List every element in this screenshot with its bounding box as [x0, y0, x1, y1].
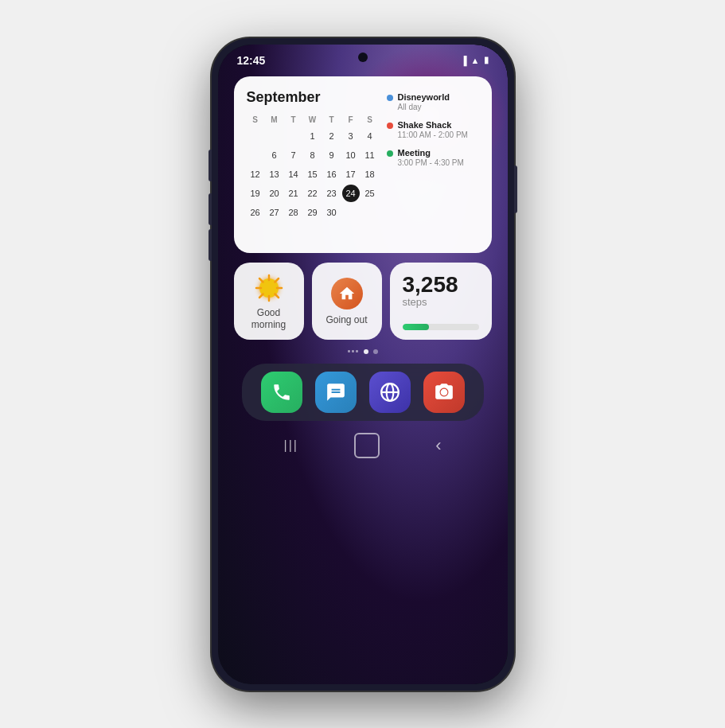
home-icon [331, 278, 363, 309]
content-area: September S M T W T F S [218, 70, 508, 477]
event-time-disneyworld: All day [398, 103, 450, 112]
signal-icon: ▐ [461, 56, 467, 65]
cal-day-25[interactable]: 25 [361, 185, 379, 202]
cal-day-8[interactable]: 8 [304, 146, 322, 164]
steps-count: 3,258 [403, 274, 479, 296]
going-out-widget[interactable]: Going out [312, 263, 382, 340]
phone-device: 12:45 ▐ ▲ ▮ September S M [212, 38, 514, 691]
dock-phone[interactable] [261, 372, 302, 413]
page-dot-inactive [373, 349, 378, 354]
cal-day-16[interactable]: 16 [323, 165, 341, 183]
event-text-meeting: Meeting 3:00 PM - 4:30 PM [398, 148, 464, 168]
cal-day [285, 127, 302, 145]
event-text-shakeshack: Shake Shack 11:00 AM - 2:00 PM [398, 120, 468, 140]
calendar-widget[interactable]: September S M T W T F S [234, 76, 492, 253]
cal-day-12[interactable]: 12 [247, 165, 264, 183]
cal-header-t1: T [285, 114, 302, 126]
page-dot-lines [348, 349, 359, 354]
cal-day-24-today[interactable]: 24 [342, 185, 360, 202]
cal-day-29[interactable]: 29 [304, 204, 322, 221]
dock-browser[interactable] [369, 372, 411, 413]
cal-day [342, 204, 360, 221]
cal-day-18[interactable]: 18 [361, 165, 379, 183]
cal-day-20[interactable]: 20 [266, 185, 283, 202]
cal-day-1[interactable]: 1 [304, 127, 322, 145]
event-name-disneyworld: Disneyworld [398, 92, 450, 103]
cal-day-14[interactable]: 14 [285, 165, 302, 183]
event-meeting[interactable]: Meeting 3:00 PM - 4:30 PM [387, 148, 479, 168]
cal-day-22[interactable]: 22 [304, 185, 322, 202]
status-time: 12:45 [237, 54, 266, 67]
cal-day-2[interactable]: 2 [323, 127, 341, 145]
going-out-label: Going out [325, 314, 367, 327]
nav-back-button[interactable]: ‹ [423, 432, 454, 459]
nav-recent-button[interactable]: ||| [271, 435, 311, 456]
cal-day: 5 [247, 146, 264, 164]
steps-widget[interactable]: 3,258 steps [390, 263, 492, 340]
page-dot-active [364, 349, 368, 354]
svg-point-12 [440, 388, 447, 395]
event-time-shakeshack: 11:00 AM - 2:00 PM [398, 130, 468, 140]
cal-day-4[interactable]: 4 [361, 127, 379, 145]
cal-header-f: F [342, 114, 360, 126]
screen: 12:45 ▐ ▲ ▮ September S M [218, 45, 508, 684]
cal-day-30[interactable]: 30 [323, 204, 341, 221]
steps-label: steps [403, 296, 479, 308]
good-morning-widget[interactable]: Good morning [234, 263, 304, 340]
cal-day-28[interactable]: 28 [285, 204, 302, 221]
cal-day-6[interactable]: 6 [266, 146, 283, 164]
wifi-icon: ▲ [471, 56, 480, 65]
cal-day [247, 223, 264, 240]
good-morning-label: Good morning [251, 307, 286, 332]
sun-body [259, 278, 279, 298]
camera-hole [358, 53, 368, 62]
app-dock [242, 364, 484, 421]
event-name-shakeshack: Shake Shack [398, 120, 468, 130]
calendar-month: September [247, 89, 379, 106]
calendar-left: September S M T W T F S [247, 89, 379, 240]
cal-day-3[interactable]: 3 [342, 127, 360, 145]
phone-inner: 12:45 ▐ ▲ ▮ September S M [218, 45, 508, 684]
dock-camera[interactable] [423, 372, 465, 413]
calendar-events: Disneyworld All day Shake Shack 11:00 AM… [387, 89, 479, 240]
cal-day-11[interactable]: 11 [361, 146, 379, 164]
cal-day-7[interactable]: 7 [285, 146, 302, 164]
cal-day-9[interactable]: 9 [323, 146, 341, 164]
cal-header-m: M [266, 114, 283, 126]
cal-day-21[interactable]: 21 [285, 185, 302, 202]
cal-day-13[interactable]: 13 [266, 165, 283, 183]
cal-day-27[interactable]: 27 [266, 204, 283, 221]
event-dot-blue [387, 95, 393, 101]
cal-day-23[interactable]: 23 [323, 185, 341, 202]
nav-home-button[interactable] [354, 433, 380, 458]
event-dot-red [387, 123, 393, 129]
event-dot-green [387, 150, 393, 157]
page-indicators [234, 349, 492, 354]
cal-header-w: W [304, 114, 322, 126]
widgets-row: Good morning Going out [234, 263, 492, 340]
cal-day-10[interactable]: 10 [342, 146, 360, 164]
dock-messages[interactable] [315, 372, 357, 413]
cal-header-s: S [247, 114, 264, 126]
cal-day [266, 127, 283, 145]
sun-icon [255, 274, 283, 302]
event-time-meeting: 3:00 PM - 4:30 PM [398, 158, 464, 168]
steps-progress-fill [403, 324, 430, 330]
cal-header-t2: T [323, 114, 341, 126]
event-disneyworld[interactable]: Disneyworld All day [387, 92, 479, 112]
cal-day-15[interactable]: 15 [304, 165, 322, 183]
event-shakeshack[interactable]: Shake Shack 11:00 AM - 2:00 PM [387, 120, 479, 140]
cal-day-17[interactable]: 17 [342, 165, 360, 183]
steps-progress-bar [403, 324, 479, 330]
status-icons: ▐ ▲ ▮ [461, 55, 489, 65]
event-text-disneyworld: Disneyworld All day [398, 92, 450, 112]
cal-day-19[interactable]: 19 [247, 185, 264, 202]
cal-day [361, 204, 379, 221]
cal-day-26[interactable]: 26 [247, 204, 264, 221]
event-name-meeting: Meeting [398, 148, 464, 158]
calendar-grid: S M T W T F S 1 2 [247, 114, 379, 240]
cal-header-s2: S [361, 114, 379, 126]
cal-day [247, 127, 264, 145]
nav-bar: ||| ‹ [234, 427, 492, 470]
battery-icon: ▮ [484, 55, 489, 65]
